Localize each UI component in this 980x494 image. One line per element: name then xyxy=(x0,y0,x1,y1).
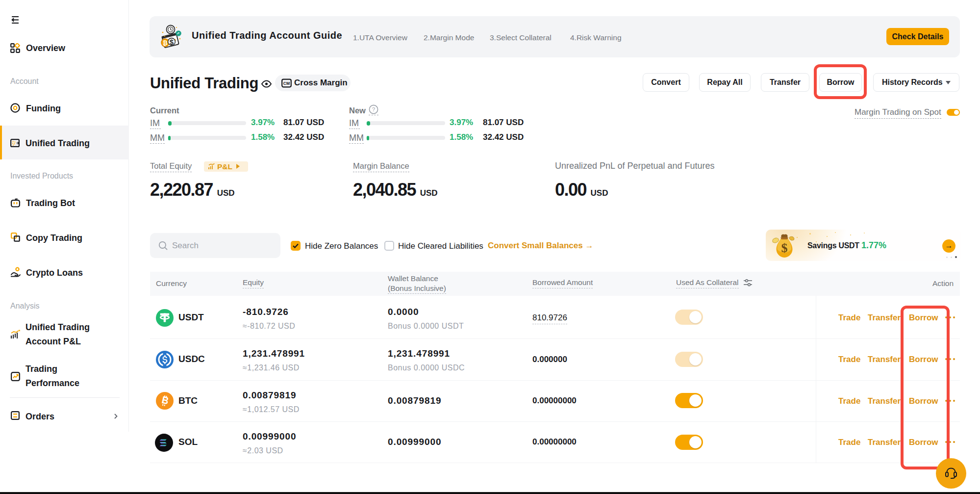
svg-text:₿: ₿ xyxy=(163,40,168,47)
svg-text:CM: CM xyxy=(283,81,290,86)
svg-text:$: $ xyxy=(170,38,174,46)
svg-text:$: $ xyxy=(781,241,788,255)
svg-text:?: ? xyxy=(372,106,375,112)
